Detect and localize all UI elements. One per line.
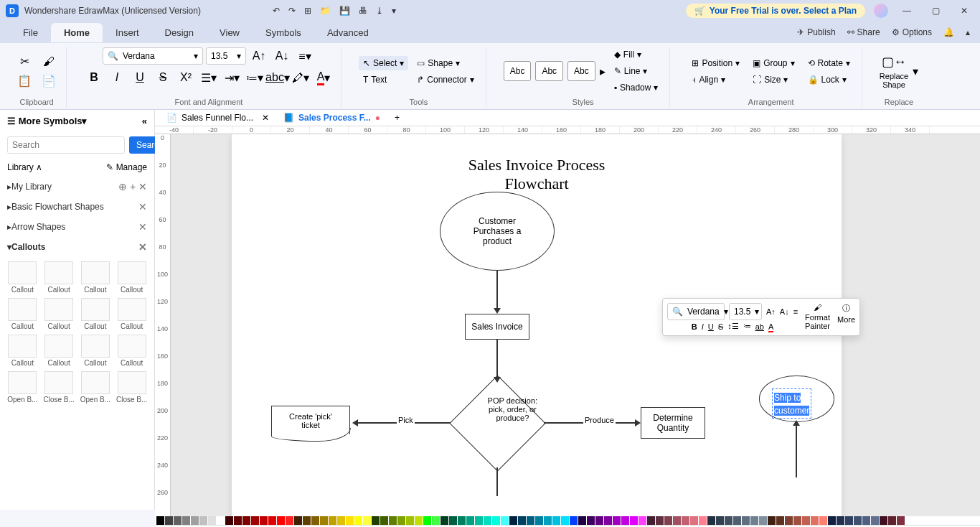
color-palette[interactable] — [155, 516, 980, 525]
color-swatch[interactable] — [268, 516, 276, 525]
color-swatch[interactable] — [294, 516, 302, 525]
color-swatch[interactable] — [742, 516, 750, 525]
callout-thumb[interactable]: Callout — [115, 297, 149, 330]
callout-thumb[interactable]: Callout — [79, 260, 113, 294]
underline-icon[interactable]: U — [130, 69, 150, 86]
menu-file[interactable]: File — [10, 23, 51, 42]
node-pick-ticket[interactable]: Create 'pick' ticket — [271, 406, 350, 434]
superscript-icon[interactable]: X² — [176, 69, 196, 86]
color-swatch[interactable] — [880, 516, 887, 525]
color-swatch[interactable] — [897, 516, 905, 525]
redo-icon[interactable]: ↷ — [288, 6, 296, 16]
color-swatch[interactable] — [673, 516, 681, 525]
node-invoice[interactable]: Sales Invoice — [465, 314, 529, 340]
color-swatch[interactable] — [174, 516, 182, 525]
save-icon[interactable]: 💾 — [339, 6, 350, 16]
color-swatch[interactable] — [656, 516, 664, 525]
manage-button[interactable]: ✎ Manage — [106, 162, 147, 172]
fill-tool[interactable]: ◆ Fill ▾ — [610, 47, 663, 62]
color-swatch[interactable] — [837, 516, 844, 525]
color-swatch[interactable] — [208, 516, 216, 525]
canvas[interactable]: Sales Invoice Process Flowchart Customer… — [171, 134, 980, 516]
cat-callouts[interactable]: ▾ Callouts✕ — [0, 237, 154, 257]
indent-icon[interactable]: ⇥▾ — [222, 69, 242, 86]
color-swatch[interactable] — [587, 516, 595, 525]
group-tool[interactable]: ▣ Group ▾ — [748, 56, 798, 70]
case-icon[interactable]: abc▾ — [268, 69, 288, 86]
color-swatch[interactable] — [759, 516, 767, 525]
color-swatch[interactable] — [440, 516, 448, 525]
sidebar-collapse-icon[interactable]: « — [142, 116, 147, 126]
align-tool[interactable]: ⫞ Align ▾ — [687, 73, 744, 87]
color-swatch[interactable] — [647, 516, 655, 525]
increase-font-icon[interactable]: A↑ — [249, 47, 269, 65]
minimize-button[interactable]: — — [897, 6, 917, 16]
color-swatch[interactable] — [750, 516, 758, 525]
color-swatch[interactable] — [725, 516, 732, 525]
open-icon[interactable]: 📁 — [320, 6, 331, 16]
callout-thumb[interactable]: Callout — [42, 297, 76, 330]
color-swatch[interactable] — [888, 516, 896, 525]
style-preset-2[interactable]: Abc — [535, 61, 563, 81]
cat-basic-flowchart[interactable]: ▸ Basic Flowchart Shapes✕ — [0, 197, 154, 217]
color-swatch[interactable] — [337, 516, 345, 525]
callout-thumb[interactable]: Open B... — [6, 370, 39, 404]
float-dec-font-icon[interactable]: A↓ — [780, 307, 789, 316]
cat-arrow-shapes[interactable]: ▸ Arrow Shapes✕ — [0, 217, 154, 237]
color-swatch[interactable] — [320, 516, 328, 525]
color-swatch[interactable] — [535, 516, 543, 525]
color-swatch[interactable] — [854, 516, 862, 525]
color-swatch[interactable] — [286, 516, 293, 525]
color-swatch[interactable] — [716, 516, 724, 525]
float-inc-font-icon[interactable]: A↑ — [766, 307, 776, 316]
align-dropdown-icon[interactable]: ≡▾ — [295, 47, 315, 65]
export-icon[interactable]: ⤓ — [376, 6, 383, 16]
color-swatch[interactable] — [570, 516, 578, 525]
node-decision[interactable]: POP decision: pick, order, or produce? — [449, 375, 545, 471]
strike-icon[interactable]: S — [153, 69, 173, 86]
color-swatch[interactable] — [380, 516, 388, 525]
float-italic-icon[interactable]: I — [702, 322, 704, 331]
trial-banner[interactable]: 🛒 Your Free Trial is over. Select a Plan — [686, 4, 865, 18]
list-icon[interactable]: ≔▾ — [245, 69, 265, 86]
color-swatch[interactable] — [811, 516, 819, 525]
format-painter-button[interactable]: 🖌Format Painter — [805, 303, 830, 331]
font-size-select[interactable]: 13.5▾ — [206, 47, 246, 65]
share-button[interactable]: ⚯ Share — [847, 27, 880, 37]
lock-tool[interactable]: 🔒 Lock ▾ — [804, 73, 854, 87]
collapse-ribbon-icon[interactable]: ▴ — [966, 27, 970, 37]
color-swatch[interactable] — [406, 516, 414, 525]
text-tool[interactable]: T Text — [359, 73, 408, 87]
color-swatch[interactable] — [527, 516, 534, 525]
select-tool[interactable]: ↖ Select ▾ — [359, 56, 408, 70]
italic-icon[interactable]: I — [107, 69, 127, 86]
color-swatch[interactable] — [311, 516, 319, 525]
callout-thumb[interactable]: Callout — [6, 260, 39, 294]
color-swatch[interactable] — [544, 516, 552, 525]
color-swatch[interactable] — [699, 516, 707, 525]
copy-icon[interactable]: 📋 — [14, 73, 34, 90]
avatar[interactable] — [874, 4, 888, 18]
position-tool[interactable]: ⊞ Position ▾ — [687, 56, 744, 70]
color-swatch[interactable] — [234, 516, 242, 525]
color-swatch[interactable] — [449, 516, 457, 525]
connector-tool[interactable]: ↱ Connector ▾ — [413, 73, 478, 87]
page[interactable]: Sales Invoice Process Flowchart Customer… — [232, 134, 842, 516]
bold-icon[interactable]: B — [84, 69, 104, 86]
color-swatch[interactable] — [828, 516, 836, 525]
callout-thumb[interactable]: Callout — [6, 333, 39, 367]
undo-icon[interactable]: ↶ — [273, 6, 280, 16]
color-swatch[interactable] — [389, 516, 397, 525]
cat-my-library[interactable]: ▸ My Library⊕ + ✕ — [0, 177, 154, 197]
color-swatch[interactable] — [776, 516, 784, 525]
sidebar-title[interactable]: More Symbols — [19, 116, 83, 126]
shadow-tool[interactable]: ▪ Shadow ▾ — [610, 80, 663, 95]
rotate-tool[interactable]: ⟲ Rotate ▾ — [804, 56, 854, 70]
float-bold-icon[interactable]: B — [692, 322, 697, 331]
shape-tool[interactable]: ▭ Shape ▾ — [413, 56, 478, 70]
hamburger-icon[interactable]: ☰ — [7, 116, 16, 126]
replace-dropdown-icon[interactable]: ▾ — [913, 65, 918, 78]
node-start[interactable]: Customer Purchases a product — [440, 192, 555, 271]
color-swatch[interactable] — [621, 516, 629, 525]
line-spacing-icon[interactable]: ☰▾ — [199, 69, 219, 86]
